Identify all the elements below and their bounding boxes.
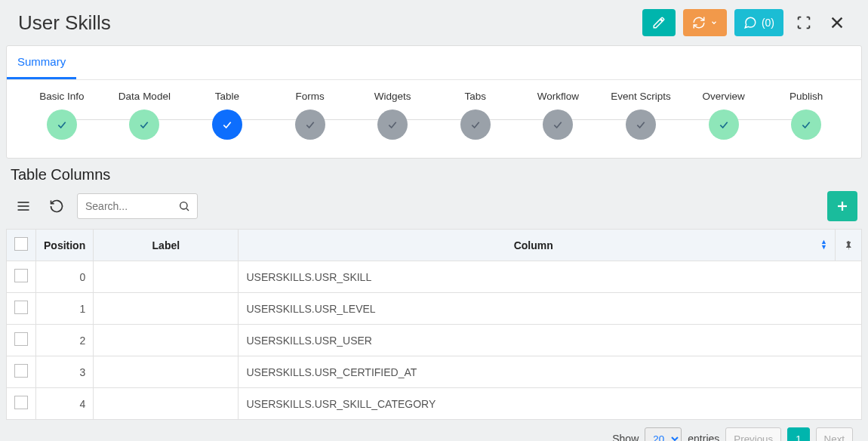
table-row[interactable]: 2USERSKILLS.USR_USER bbox=[7, 325, 862, 356]
step-table[interactable]: Table bbox=[186, 91, 269, 140]
page-title: User Skills bbox=[18, 11, 111, 35]
table-body: 0USERSKILLS.USR_SKILL1USERSKILLS.USR_LEV… bbox=[7, 261, 862, 420]
menu-icon bbox=[16, 199, 31, 214]
plus-icon bbox=[836, 199, 849, 213]
add-button[interactable] bbox=[827, 191, 857, 221]
table-row[interactable]: 3USERSKILLS.USR_CERTIFIED_AT bbox=[7, 356, 862, 388]
close-icon bbox=[829, 14, 845, 31]
previous-page-button[interactable]: Previous bbox=[725, 427, 781, 441]
row-label bbox=[94, 388, 239, 420]
step-wizard: Basic InfoData ModelTableFormsWidgetsTab… bbox=[7, 80, 861, 158]
tab-summary[interactable]: Summary bbox=[7, 46, 76, 79]
comments-count: (0) bbox=[762, 17, 774, 29]
header-column-text: Column bbox=[514, 239, 553, 251]
step-label: Table bbox=[215, 91, 239, 102]
step-overview[interactable]: Overview bbox=[682, 91, 765, 140]
section-toolbar bbox=[6, 188, 862, 229]
step-label: Forms bbox=[295, 91, 324, 102]
pin-icon[interactable] bbox=[843, 240, 854, 251]
step-data-model[interactable]: Data Model bbox=[103, 91, 186, 140]
search-input[interactable] bbox=[77, 193, 198, 219]
step-circle bbox=[791, 109, 821, 140]
row-position: 4 bbox=[36, 388, 94, 420]
row-checkbox[interactable] bbox=[14, 396, 28, 409]
row-checkbox-cell bbox=[7, 293, 36, 325]
sync-dropdown-button[interactable] bbox=[683, 9, 727, 36]
step-circle bbox=[295, 109, 325, 140]
header-column[interactable]: Column ▲▼ bbox=[239, 230, 836, 261]
step-label: Data Model bbox=[119, 91, 171, 102]
step-label: Basic Info bbox=[39, 91, 84, 102]
section-title: Table Columns bbox=[6, 166, 862, 188]
comment-icon bbox=[743, 16, 757, 29]
pencil-icon bbox=[652, 16, 666, 29]
tabs: Summary bbox=[7, 46, 861, 80]
step-publish[interactable]: Publish bbox=[765, 91, 848, 140]
table-columns-section: Table Columns bbox=[6, 166, 862, 441]
header-pin bbox=[836, 230, 862, 261]
step-label: Widgets bbox=[374, 91, 411, 102]
step-label: Event Scripts bbox=[611, 91, 671, 102]
row-position: 1 bbox=[36, 293, 94, 325]
row-position: 0 bbox=[36, 261, 94, 293]
menu-button[interactable] bbox=[11, 193, 36, 219]
next-page-button[interactable]: Next bbox=[816, 427, 853, 441]
row-label bbox=[94, 293, 239, 325]
page-size-select[interactable]: 20 bbox=[645, 427, 682, 441]
step-basic-info[interactable]: Basic Info bbox=[20, 91, 103, 140]
pager-show-label: Show bbox=[612, 433, 639, 441]
row-checkbox[interactable] bbox=[14, 332, 28, 346]
close-button[interactable] bbox=[824, 10, 850, 35]
row-checkbox[interactable] bbox=[14, 301, 28, 314]
pager-entries-label: entries bbox=[688, 433, 719, 441]
refresh-button[interactable] bbox=[44, 193, 69, 219]
step-label: Overview bbox=[702, 91, 744, 102]
search-wrap bbox=[77, 193, 198, 219]
table-row[interactable]: 0USERSKILLS.USR_SKILL bbox=[7, 261, 862, 293]
refresh-icon bbox=[49, 199, 64, 214]
summary-panel: Summary Basic InfoData ModelTableFormsWi… bbox=[6, 45, 862, 159]
header-actions: (0) bbox=[642, 9, 850, 36]
row-column: USERSKILLS.USR_CERTIFIED_AT bbox=[239, 356, 862, 388]
header-checkbox-cell bbox=[7, 230, 36, 261]
row-column: USERSKILLS.USR_SKILL_CATEGORY bbox=[239, 388, 862, 420]
row-position: 2 bbox=[36, 325, 94, 356]
pager: Show 20 entries Previous 1 Next bbox=[6, 420, 862, 441]
select-all-checkbox[interactable] bbox=[14, 237, 28, 251]
header-position[interactable]: Position bbox=[36, 230, 94, 261]
step-circle bbox=[709, 109, 739, 140]
step-circle bbox=[377, 109, 408, 140]
step-workflow[interactable]: Workflow bbox=[517, 91, 600, 140]
step-circle bbox=[47, 109, 77, 140]
row-checkbox-cell bbox=[7, 325, 36, 356]
step-forms[interactable]: Forms bbox=[269, 91, 352, 140]
fullscreen-button[interactable] bbox=[791, 10, 817, 35]
row-checkbox[interactable] bbox=[14, 364, 28, 378]
step-circle bbox=[543, 109, 573, 140]
row-checkbox-cell bbox=[7, 261, 36, 293]
chevron-down-icon bbox=[710, 19, 718, 26]
step-circle bbox=[129, 109, 159, 140]
header-label[interactable]: Label bbox=[94, 230, 239, 261]
row-column: USERSKILLS.USR_SKILL bbox=[239, 261, 862, 293]
table-row[interactable]: 1USERSKILLS.USR_LEVEL bbox=[7, 293, 862, 325]
row-checkbox-cell bbox=[7, 388, 36, 420]
columns-table: Position Label Column ▲▼ 0USERSKILLS.USR… bbox=[6, 229, 862, 420]
row-checkbox[interactable] bbox=[14, 269, 28, 282]
step-widgets[interactable]: Widgets bbox=[351, 91, 434, 140]
edit-button[interactable] bbox=[642, 9, 676, 36]
row-checkbox-cell bbox=[7, 356, 36, 388]
page-header: User Skills (0) bbox=[0, 0, 868, 45]
page-1-button[interactable]: 1 bbox=[787, 427, 809, 441]
row-label bbox=[94, 261, 239, 293]
step-tabs[interactable]: Tabs bbox=[434, 91, 517, 140]
sort-icon: ▲▼ bbox=[820, 239, 827, 250]
step-circle bbox=[212, 109, 242, 140]
row-position: 3 bbox=[36, 356, 94, 388]
step-label: Publish bbox=[790, 91, 823, 102]
table-row[interactable]: 4USERSKILLS.USR_SKILL_CATEGORY bbox=[7, 388, 862, 420]
step-event-scripts[interactable]: Event Scripts bbox=[599, 91, 682, 140]
comments-button[interactable]: (0) bbox=[734, 9, 783, 36]
row-label bbox=[94, 325, 239, 356]
step-circle bbox=[626, 109, 656, 140]
